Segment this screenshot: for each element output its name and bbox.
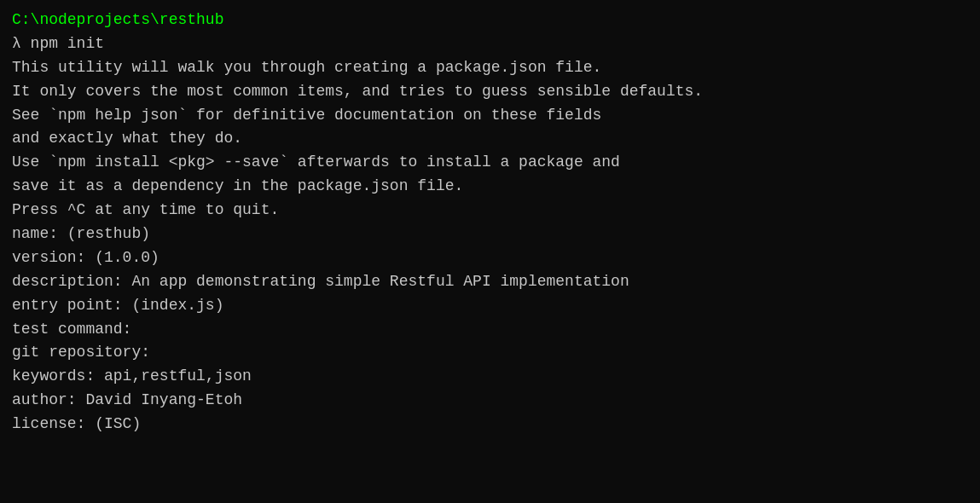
terminal-line: license: (ISC)	[12, 413, 968, 437]
terminal-window[interactable]: C:\nodeprojects\resthubλ npm initThis ut…	[0, 0, 980, 503]
terminal-line: It only covers the most common items, an…	[12, 80, 968, 104]
terminal-line: author: David Inyang-Etoh	[12, 389, 968, 413]
terminal-line: entry point: (index.js)	[12, 294, 968, 318]
terminal-line: C:\nodeprojects\resthub	[12, 9, 968, 32]
terminal-line: Use `npm install <pkg> --save` afterward…	[12, 151, 968, 175]
terminal-line: save it as a dependency in the package.j…	[12, 175, 968, 199]
terminal-line: λ npm init	[12, 32, 968, 56]
terminal-line: This utility will walk you through creat…	[12, 56, 968, 80]
terminal-line: git repository:	[12, 341, 968, 365]
terminal-line: test command:	[12, 318, 968, 342]
terminal-line: See `npm help json` for definitive docum…	[12, 104, 968, 128]
terminal-line: and exactly what they do.	[12, 127, 968, 151]
terminal-line: name: (resthub)	[12, 223, 968, 246]
terminal-line: Press ^C at any time to quit.	[12, 199, 968, 223]
terminal-line: version: (1.0.0)	[12, 246, 968, 270]
terminal-line: keywords: api,restful,json	[12, 365, 968, 389]
terminal-line: description: An app demonstrating simple…	[12, 270, 968, 294]
